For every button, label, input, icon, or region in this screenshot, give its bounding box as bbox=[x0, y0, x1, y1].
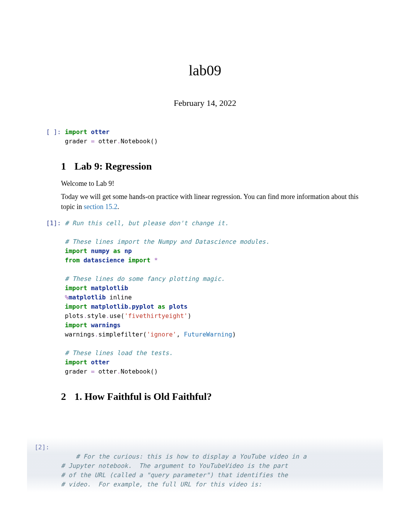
obj: warnings bbox=[65, 331, 95, 338]
op-eq: = bbox=[91, 138, 95, 145]
paren: ) bbox=[232, 331, 236, 338]
kw-as: as bbox=[113, 247, 120, 255]
op-dot: . bbox=[106, 312, 110, 320]
module-warnings: warnings bbox=[91, 321, 120, 329]
paren: ) bbox=[188, 312, 191, 320]
string: 'fivethirtyeight' bbox=[124, 312, 188, 320]
module-otter: otter bbox=[91, 359, 109, 366]
magic-arg: inline bbox=[106, 294, 132, 301]
section-number: 2 bbox=[61, 391, 66, 403]
comment: # These lines do some fancy plotting mag… bbox=[65, 275, 225, 282]
module-matplotlib: matplotlib bbox=[91, 284, 128, 292]
alias-plots: plots bbox=[169, 303, 188, 310]
kw-import: import bbox=[65, 303, 87, 310]
cell-prompt: [ ]: bbox=[39, 127, 65, 137]
expr: otter bbox=[95, 138, 117, 145]
module-otter: otter bbox=[91, 128, 109, 136]
code-cell-0: [ ]: import otter grader = otter.Noteboo… bbox=[39, 127, 371, 146]
call-notebook: Notebook() bbox=[121, 138, 158, 145]
cell-prompt: [2]: bbox=[31, 443, 49, 452]
op-dot: . bbox=[117, 368, 121, 375]
code-body: import otter grader = otter.Notebook() bbox=[65, 127, 371, 146]
expr: otter bbox=[95, 368, 117, 375]
op-dot: . bbox=[83, 312, 87, 320]
comment: # Run this cell, but please don't change… bbox=[65, 219, 229, 227]
comment: # Jupyter notebook. The argument to YouT… bbox=[61, 462, 288, 469]
var-grader: grader bbox=[65, 368, 91, 375]
call: use( bbox=[110, 312, 125, 320]
section-number: 1 bbox=[61, 161, 66, 172]
comment: # These lines import the Numpy and Datas… bbox=[65, 238, 269, 245]
section-heading-1: 1Lab 9: Regression bbox=[61, 161, 371, 172]
module-datascience: datascience bbox=[83, 257, 124, 264]
document-title: lab09 bbox=[39, 62, 371, 79]
page: lab09 February 14, 2022 [ ]: import otte… bbox=[0, 0, 410, 532]
obj: plots bbox=[65, 312, 83, 320]
kw-import: import bbox=[65, 247, 87, 255]
kw-from: from bbox=[65, 257, 80, 264]
code-body: # Run this cell, but please don't change… bbox=[65, 219, 371, 376]
paragraph-intro: Today we will get some hands-on practice… bbox=[61, 192, 371, 212]
op-star: * bbox=[154, 257, 158, 264]
section-title: 1. How Faithful is Old Faithful? bbox=[75, 391, 212, 402]
comment: # For the curious: this is how to displa… bbox=[76, 453, 307, 460]
comma: , bbox=[176, 331, 184, 338]
preview-blur-strip: [2]:# For the curious: this is how to di… bbox=[27, 437, 383, 492]
cell-prompt: [1]: bbox=[39, 219, 65, 228]
comment: # video. For example, the full URL for t… bbox=[61, 481, 262, 488]
text: . bbox=[117, 203, 119, 211]
module-pyplot: matplotlib.pyplot bbox=[91, 303, 154, 310]
var-grader: grader bbox=[65, 138, 91, 145]
kw-import: import bbox=[128, 257, 151, 264]
module-numpy: numpy bbox=[91, 247, 109, 255]
code-cell-1: [1]: # Run this cell, but please don't c… bbox=[39, 219, 371, 376]
comment: # of the URL (called a "query parameter"… bbox=[61, 471, 288, 479]
magic-matplotlib: matplotlib bbox=[69, 294, 106, 301]
op-dot: . bbox=[95, 331, 98, 338]
kw-import: import bbox=[65, 284, 87, 292]
class-futurewarning: FutureWarning bbox=[184, 331, 232, 338]
comment: # These lines load the tests. bbox=[65, 349, 173, 357]
document-date: February 14, 2022 bbox=[39, 98, 371, 108]
kw-import: import bbox=[65, 128, 87, 136]
section-heading-2: 21. How Faithful is Old Faithful? bbox=[61, 391, 371, 403]
string: 'ignore' bbox=[147, 331, 176, 338]
call-notebook: Notebook() bbox=[121, 368, 158, 375]
section-title: Lab 9: Regression bbox=[75, 161, 152, 172]
op-percent: % bbox=[65, 294, 69, 301]
attr: style bbox=[87, 312, 106, 320]
kw-import: import bbox=[65, 359, 87, 366]
alias-np: np bbox=[124, 247, 132, 255]
call: simplefilter( bbox=[98, 331, 147, 338]
op-dot: . bbox=[117, 138, 121, 145]
kw-as: as bbox=[158, 303, 165, 310]
op-eq: = bbox=[91, 368, 95, 375]
link-section-15-2[interactable]: section 15.2 bbox=[84, 203, 117, 211]
kw-import: import bbox=[65, 321, 87, 329]
paragraph-welcome: Welcome to Lab 9! bbox=[61, 178, 371, 189]
